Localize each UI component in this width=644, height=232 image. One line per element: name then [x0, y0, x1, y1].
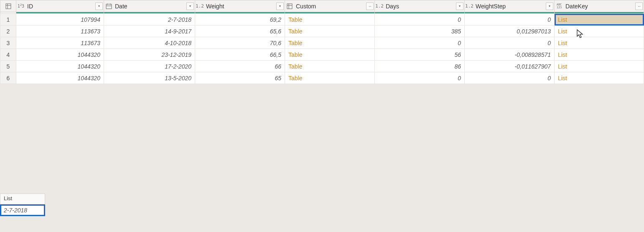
cell-weightstep[interactable]: 0,012987013: [465, 25, 555, 37]
column-header-id[interactable]: 123ID▾: [16, 0, 104, 12]
column-header-days[interactable]: 1.2Days▾: [375, 0, 465, 12]
cell-date[interactable]: 13-5-2020: [104, 72, 195, 84]
cell-id[interactable]: 113673: [16, 25, 104, 37]
cell-weightstep[interactable]: 0: [465, 14, 555, 25]
cell-days[interactable]: 86: [375, 61, 465, 72]
column-label: Date: [113, 3, 127, 10]
cell-datekey[interactable]: List: [555, 37, 644, 49]
type-icon-dec[interactable]: 1.2: [375, 0, 384, 12]
cell-days[interactable]: 0: [375, 37, 465, 49]
cell-weightstep[interactable]: -0,011627907: [465, 61, 555, 72]
column-label: Custom: [294, 3, 316, 10]
filter-dropdown-button[interactable]: ▾: [186, 3, 194, 10]
cell-days[interactable]: 0: [375, 72, 465, 84]
cell-custom[interactable]: Table: [285, 14, 375, 25]
cell-weightstep[interactable]: -0,008928571: [465, 49, 555, 61]
cell-custom[interactable]: Table: [285, 49, 375, 61]
cell-custom[interactable]: Table: [285, 37, 375, 49]
column-header-custom[interactable]: Custom↔: [285, 0, 375, 12]
type-icon-any[interactable]: ABC123: [555, 0, 564, 12]
table-row[interactable]: 5104432017-2-202066Table86-0,011627907Li…: [0, 61, 644, 72]
cell-date[interactable]: 17-2-2020: [104, 61, 195, 72]
filter-dropdown-button[interactable]: ▾: [546, 3, 553, 10]
cell-days[interactable]: 385: [375, 25, 465, 37]
svg-rect-3: [106, 4, 112, 9]
cell-datekey[interactable]: List: [555, 61, 644, 72]
cell-date[interactable]: 14-9-2017: [104, 25, 195, 37]
cell-datekey[interactable]: List: [555, 72, 644, 84]
preview-value[interactable]: 2-7-2018: [0, 204, 45, 216]
cell-weight[interactable]: 65,6: [195, 25, 285, 37]
table-row[interactable]: 4104432023-12-201966,5Table56-0,00892857…: [0, 49, 644, 61]
header-row: 123ID▾Date▾1.2Weight▾Custom↔1.2Days▾1.2W…: [0, 0, 644, 12]
column-header-date[interactable]: Date▾: [104, 0, 195, 12]
cell-days[interactable]: 56: [375, 49, 465, 61]
column-label: DateKey: [564, 3, 588, 10]
cell-id[interactable]: 1044320: [16, 61, 104, 72]
cell-weight[interactable]: 69,2: [195, 14, 285, 25]
column-label: WeightStep: [474, 3, 506, 10]
filter-dropdown-button[interactable]: ▾: [456, 3, 463, 10]
row-number[interactable]: 3: [0, 37, 16, 49]
table-row[interactable]: 11079942-7-201869,2Table00List: [0, 14, 644, 25]
cell-weight[interactable]: 70,6: [195, 37, 285, 49]
column-label: Weight: [204, 3, 224, 10]
type-icon-dec[interactable]: 1.2: [195, 0, 204, 12]
column-label: ID: [25, 3, 33, 10]
cell-custom[interactable]: Table: [285, 25, 375, 37]
cell-weight[interactable]: 66,5: [195, 49, 285, 61]
select-all-corner[interactable]: [0, 0, 16, 12]
type-icon-dec[interactable]: 1.2: [465, 0, 474, 12]
data-grid[interactable]: 123ID▾Date▾1.2Weight▾Custom↔1.2Days▾1.2W…: [0, 0, 644, 84]
svg-rect-7: [287, 4, 292, 9]
cell-datekey[interactable]: List: [555, 25, 644, 37]
row-number[interactable]: 2: [0, 25, 16, 37]
cell-id[interactable]: 1044320: [16, 72, 104, 84]
cell-weight[interactable]: 65: [195, 72, 285, 84]
column-header-datekey[interactable]: ABC123DateKey↔: [555, 0, 644, 12]
filter-dropdown-button[interactable]: ▾: [95, 3, 103, 10]
cell-date[interactable]: 23-12-2019: [104, 49, 195, 61]
preview-pane: List 2-7-2018: [0, 194, 45, 216]
cell-custom[interactable]: Table: [285, 72, 375, 84]
cell-weight[interactable]: 66: [195, 61, 285, 72]
row-number[interactable]: 1: [0, 14, 16, 25]
row-number[interactable]: 5: [0, 61, 16, 72]
cell-weightstep[interactable]: 0: [465, 72, 555, 84]
type-icon-tbl[interactable]: [285, 0, 294, 12]
table-row[interactable]: 31136734-10-201870,6Table00List: [0, 37, 644, 49]
row-number[interactable]: 6: [0, 72, 16, 84]
table-row[interactable]: 211367314-9-201765,6Table3850,012987013L…: [0, 25, 644, 37]
cell-days[interactable]: 0: [375, 14, 465, 25]
table-icon: [4, 0, 13, 12]
cell-datekey[interactable]: List: [555, 14, 644, 25]
table-row[interactable]: 6104432013-5-202065Table00List: [0, 72, 644, 84]
cell-date[interactable]: 2-7-2018: [104, 14, 195, 25]
expand-column-button[interactable]: ↔: [366, 3, 374, 10]
column-header-weight[interactable]: 1.2Weight▾: [195, 0, 285, 12]
cell-date[interactable]: 4-10-2018: [104, 37, 195, 49]
cell-custom[interactable]: Table: [285, 61, 375, 72]
expand-column-button[interactable]: ↔: [635, 3, 643, 10]
cell-datekey[interactable]: List: [555, 49, 644, 61]
svg-rect-0: [6, 4, 11, 9]
preview-header: List: [0, 194, 45, 204]
cell-id[interactable]: 113673: [16, 37, 104, 49]
column-label: Days: [384, 3, 399, 10]
type-icon-int[interactable]: 123: [16, 0, 25, 12]
row-number[interactable]: 4: [0, 49, 16, 61]
filter-dropdown-button[interactable]: ▾: [276, 3, 284, 10]
cell-id[interactable]: 1044320: [16, 49, 104, 61]
cell-id[interactable]: 107994: [16, 14, 104, 25]
type-icon-date[interactable]: [104, 0, 113, 12]
column-header-weightstep[interactable]: 1.2WeightStep▾: [465, 0, 555, 12]
cell-weightstep[interactable]: 0: [465, 37, 555, 49]
